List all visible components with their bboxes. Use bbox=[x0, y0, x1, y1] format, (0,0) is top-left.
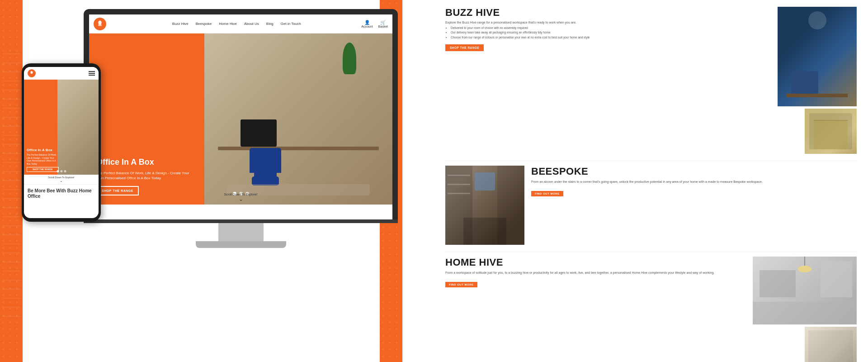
buzz-hive-cta-button[interactable]: SHOP THE RANGE bbox=[445, 44, 484, 51]
nav-item-contact[interactable]: Get in Touch bbox=[281, 22, 301, 26]
buzz-hive-section: BUZZ HIVE Explore the Buzz Hive range fo… bbox=[445, 7, 857, 154]
center-divider bbox=[402, 0, 403, 362]
phone-chevron-icon: ⌄ bbox=[24, 179, 99, 183]
phone-hero-section: Office In A Box The Perfect Balance Of W… bbox=[24, 80, 99, 175]
left-orange-bar bbox=[0, 0, 23, 362]
beespoke-title: BEESPOKE bbox=[531, 166, 857, 177]
home-hive-images bbox=[753, 257, 857, 362]
phone-dot-2[interactable] bbox=[60, 170, 62, 172]
home-hive-cta-button[interactable]: FIND OUT MORE bbox=[445, 282, 477, 287]
phone-carousel-dots bbox=[57, 170, 66, 172]
mobile-phone-mockup: Office In A Box The Perfect Balance Of W… bbox=[22, 63, 101, 222]
site-logo bbox=[94, 18, 106, 30]
beespoke-cta-button[interactable]: FIND OUT MORE bbox=[531, 191, 563, 196]
hamburger-menu-icon[interactable] bbox=[89, 71, 95, 76]
scroll-down-label: Scroll Down To Explore! ⌄ bbox=[224, 193, 257, 202]
phone-bottom-title: Be More Bee With Buzz Home Office bbox=[28, 188, 95, 199]
basket-label: Basket bbox=[378, 25, 388, 28]
home-hive-room-image bbox=[753, 257, 857, 324]
hero-section: Office In A Box The Perfect Balance Of W… bbox=[89, 33, 392, 205]
monitor-screen: Buzz Hive Beespoke Home Hive About Us Bl… bbox=[89, 14, 392, 219]
site-navigation: Buzz Hive Beespoke Home Hive About Us Bl… bbox=[89, 14, 392, 33]
monitor-stand-neck bbox=[218, 223, 264, 241]
nav-item-home-hive[interactable]: Home Hive bbox=[219, 22, 237, 26]
nav-items: Buzz Hive Beespoke Home Hive About Us Bl… bbox=[112, 22, 361, 26]
phone-screen: Office In A Box The Perfect Balance Of W… bbox=[24, 67, 99, 218]
phone-dot-3[interactable] bbox=[64, 170, 66, 172]
desktop-monitor: Buzz Hive Beespoke Home Hive About Us Bl… bbox=[84, 9, 398, 248]
basket-button[interactable]: 🛒 Basket bbox=[378, 20, 388, 28]
buzz-hive-cabinet-image bbox=[805, 109, 857, 154]
svg-point-0 bbox=[98, 20, 102, 24]
right-section-products: BUZZ HIVE Explore the Buzz Hive range fo… bbox=[434, 0, 868, 362]
phone-nav bbox=[24, 67, 99, 80]
home-hive-text: HOME HIVE From a workspace of solitude j… bbox=[445, 257, 746, 362]
phone-hero-title: Office In A Box bbox=[27, 148, 59, 152]
svg-point-2 bbox=[31, 71, 33, 74]
scroll-label-text: Scroll Down To Explore! bbox=[224, 193, 257, 196]
hero-image-area bbox=[204, 33, 392, 205]
bullet-1: Delivered to your room of choice with no… bbox=[451, 26, 771, 30]
phone-bottom-content: Be More Bee With Buzz Home Office bbox=[24, 185, 99, 203]
hero-title: Office In A Box bbox=[96, 158, 197, 167]
home-hive-title: HOME HIVE bbox=[445, 257, 746, 268]
buzz-hive-text: BUZZ HIVE Explore the Buzz Hive range fo… bbox=[445, 7, 771, 51]
buzz-hive-intro: Explore the Buzz Hive range for a person… bbox=[445, 21, 771, 24]
hero-orange-overlay: Office In A Box The Perfect Balance Of W… bbox=[89, 33, 204, 205]
beespoke-description: From an alcove under the stairs to a cor… bbox=[531, 180, 857, 185]
phone-bezel: Office In A Box The Perfect Balance Of W… bbox=[22, 63, 101, 222]
hero-cta-button[interactable]: SHOP THE RANGE bbox=[96, 186, 139, 195]
account-label: Account bbox=[361, 25, 373, 28]
chevron-down-icon: ⌄ bbox=[239, 196, 243, 202]
bullet-2: Our delivery team take away all packagin… bbox=[451, 30, 771, 35]
buzz-hive-images bbox=[778, 7, 857, 154]
nav-item-buzz-hive[interactable]: Buzz Hive bbox=[172, 22, 189, 26]
home-hive-small-image bbox=[805, 327, 857, 362]
separator-2 bbox=[445, 252, 857, 252]
left-section: Buzz Hive Beespoke Home Hive About Us Bl… bbox=[0, 0, 402, 362]
home-hive-description: From a workspace of solitude just for yo… bbox=[445, 271, 746, 276]
svg-rect-1 bbox=[98, 24, 102, 26]
beespoke-room-image bbox=[445, 166, 524, 245]
account-button[interactable]: 👤 Account bbox=[361, 20, 373, 28]
monitor-stand-base bbox=[196, 241, 286, 248]
home-hive-section: HOME HIVE From a workspace of solitude j… bbox=[445, 257, 857, 362]
monitor-bezel: Buzz Hive Beespoke Home Hive About Us Bl… bbox=[84, 9, 398, 219]
phone-scroll-label: Scroll Down To Explore! ⌄ bbox=[24, 175, 99, 185]
phone-logo bbox=[28, 69, 36, 77]
buzz-hive-title: BUZZ HIVE bbox=[445, 7, 771, 19]
phone-hero-subtitle: The Perfect Balance Of Work, Life & Desi… bbox=[27, 153, 59, 165]
nav-item-blog[interactable]: Blog bbox=[266, 22, 274, 26]
nav-item-beespoke[interactable]: Beespoke bbox=[196, 22, 212, 26]
phone-cta-button[interactable]: SHOP THE RANGE bbox=[27, 167, 59, 172]
phone-dot-1[interactable] bbox=[57, 170, 59, 172]
basket-icon: 🛒 bbox=[380, 20, 386, 25]
account-icon: 👤 bbox=[364, 20, 370, 25]
buzz-hive-room-image bbox=[778, 7, 857, 106]
beespoke-section: BEESPOKE From an alcove under the stairs… bbox=[445, 166, 857, 245]
nav-right-actions: 👤 Account 🛒 Basket bbox=[361, 20, 388, 28]
nav-item-about-us[interactable]: About Us bbox=[244, 22, 259, 26]
hero-subtitle: The Perfect Balance Of Work, Life & Desi… bbox=[96, 171, 197, 181]
phone-hero-text: Office In A Box The Perfect Balance Of W… bbox=[24, 80, 61, 175]
buzz-hive-bullets: Delivered to your room of choice with no… bbox=[445, 26, 771, 40]
separator-1 bbox=[445, 161, 857, 161]
monitor-bottom-bezel bbox=[84, 219, 398, 223]
phone-hero-image bbox=[57, 80, 99, 175]
beespoke-text: BEESPOKE From an alcove under the stairs… bbox=[531, 166, 857, 245]
bullet-3: Choose from our range of colours or pers… bbox=[451, 35, 771, 40]
